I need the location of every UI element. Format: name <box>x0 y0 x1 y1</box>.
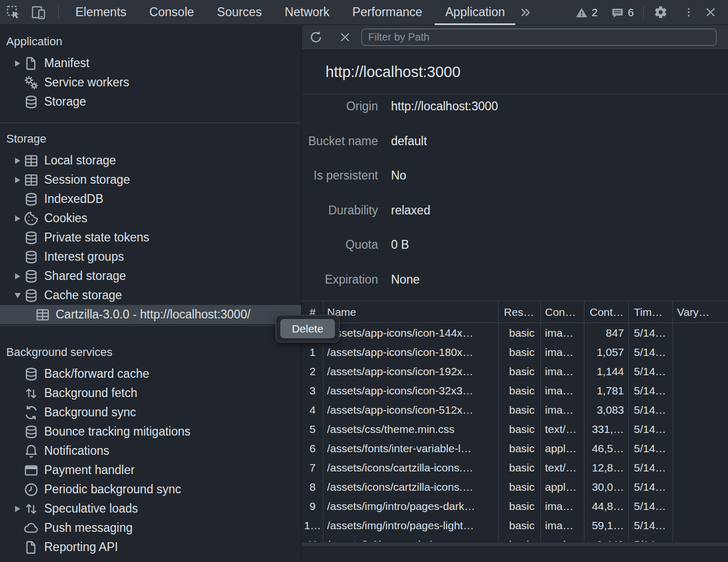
database-icon <box>24 367 38 381</box>
clear-icon[interactable] <box>335 28 354 47</box>
table-row[interactable]: 7/assets/icons/cartzilla-icons.…basictex… <box>302 458 728 477</box>
table-cell: 3,083 <box>584 400 629 419</box>
sidebar-section-storage: StorageLocal storageSession storageIndex… <box>0 129 301 324</box>
column-header-con[interactable]: Con… <box>541 301 584 323</box>
table-cell <box>673 342 728 362</box>
table-row[interactable]: 0/assets/app-icons/icon-144x…basicima…84… <box>302 323 728 342</box>
table-cell: 1 <box>302 342 323 362</box>
messages-indicator[interactable]: 6 <box>611 6 634 19</box>
expander-collapsed-icon[interactable] <box>12 177 23 183</box>
sidebar-item-label: Notifications <box>44 444 109 458</box>
tab-application[interactable]: Application <box>434 0 516 25</box>
expander-collapsed-icon[interactable] <box>12 215 23 222</box>
sidebar-item-interest-groups[interactable]: Interest groups <box>0 247 301 266</box>
table-cell <box>673 419 728 439</box>
column-header-vary[interactable]: Vary… <box>673 301 728 323</box>
table-cell: ima… <box>541 516 584 535</box>
tab-performance[interactable]: Performance <box>341 0 434 25</box>
column-header-name[interactable]: Name <box>323 301 499 323</box>
arrows-up-down-icon <box>24 387 38 400</box>
tab-elements[interactable]: Elements <box>64 0 138 25</box>
sidebar-item-back-forward-cache[interactable]: Back/forward cache <box>0 364 301 384</box>
table-cell: /assets/img/intro/pages-light… <box>323 516 499 535</box>
sidebar-item-label: Speculative loads <box>44 502 138 516</box>
table-cell: /assets/app-icons/icon-180x… <box>323 342 499 362</box>
sidebar-item-periodic-background-sync[interactable]: Periodic background sync <box>0 480 301 499</box>
inspect-icon[interactable] <box>4 3 23 22</box>
tab-sources[interactable]: Sources <box>205 0 273 25</box>
sidebar-item-label: Periodic background sync <box>44 482 181 496</box>
sidebar-item-label: IndexedDB <box>44 192 103 206</box>
table-cell: basic <box>499 535 541 542</box>
table-cell: 30,0… <box>584 477 629 496</box>
table-row[interactable]: 4/assets/app-icons/icon-512x…basicima…3,… <box>302 400 728 419</box>
sidebar-item-session-storage[interactable]: Session storage <box>0 170 301 189</box>
sidebar-item-payment-handler[interactable]: Payment handler <box>0 461 301 480</box>
table-header-row: #NameRes…Con…Cont…Tim…Vary… <box>302 301 728 323</box>
database-icon <box>24 425 38 439</box>
table-cell: ima… <box>541 362 584 381</box>
sync-icon <box>24 406 38 419</box>
close-icon[interactable] <box>701 3 720 22</box>
sidebar-item-cookies[interactable]: Cookies <box>0 209 301 228</box>
table-row[interactable]: 5/assets/css/theme.min.cssbasictext/…331… <box>302 419 728 439</box>
settings-gear-icon[interactable] <box>651 3 670 22</box>
expander-collapsed-icon[interactable] <box>12 273 23 279</box>
refresh-icon[interactable] <box>306 28 325 47</box>
table-row[interactable]: 9/assets/img/intro/pages-dark…basicima…4… <box>302 496 728 516</box>
sidebar-item-background-fetch[interactable]: Background fetch <box>0 384 301 403</box>
sidebar-item-speculative-loads[interactable]: Speculative loads <box>0 499 301 518</box>
table-cell <box>673 323 728 342</box>
sidebar-item-storage[interactable]: Storage <box>0 92 301 111</box>
table-cell: basic <box>499 516 541 535</box>
table-row[interactable]: 1/assets/app-icons/icon-180x…basicima…1,… <box>302 342 728 362</box>
sidebar-item-indexeddb[interactable]: IndexedDB <box>0 189 301 209</box>
sidebar-item-cache-storage[interactable]: Cache storage <box>0 286 301 305</box>
sidebar-item-local-storage[interactable]: Local storage <box>0 151 301 170</box>
sidebar-item-shared-storage[interactable]: Shared storage <box>0 266 301 286</box>
expander-collapsed-icon[interactable] <box>12 60 23 67</box>
table-cell: appl… <box>541 535 584 542</box>
more-tabs-button[interactable] <box>516 3 535 22</box>
tab-console[interactable]: Console <box>138 0 205 25</box>
detail-label: Durability <box>302 203 378 233</box>
table-row[interactable]: 6/assets/fonts/inter-variable-l…basicapp… <box>302 439 728 458</box>
cache-entries-table: #NameRes…Con…Cont…Tim…Vary…0/assets/app-… <box>302 301 728 542</box>
sidebar-section-background-services: Background servicesBack/forward cacheBac… <box>0 342 301 557</box>
bottom-resizer[interactable] <box>302 542 728 547</box>
table-row[interactable]: 8/assets/icons/cartzilla-icons.…basicapp… <box>302 477 728 496</box>
sidebar-item-cartzilla-3-0-0-http-localhost-3000[interactable]: Cartzilla-3.0.0 - http://localhost:3000/ <box>0 305 301 324</box>
sidebar-item-private-state-tokens[interactable]: Private state tokens <box>0 228 301 247</box>
table-cell: 9 <box>302 496 323 516</box>
expander-collapsed-icon[interactable] <box>12 506 23 512</box>
sidebar-item-label: Service workers <box>44 75 129 90</box>
kebab-menu-icon[interactable] <box>679 3 698 22</box>
device-toolbar-icon[interactable] <box>29 3 48 22</box>
table-row[interactable]: 11/assets/js/theme.min.jsbasicappl…9,449… <box>302 535 728 542</box>
table-row[interactable]: 1…/assets/img/intro/pages-light…basicima… <box>302 516 728 535</box>
tab-network[interactable]: Network <box>273 0 341 25</box>
sidebar-item-notifications[interactable]: Notifications <box>0 441 301 461</box>
column-header-cont[interactable]: Cont… <box>584 301 629 323</box>
table-row[interactable]: 3/assets/app-icons/icon-32x3…basicima…1,… <box>302 381 728 400</box>
column-header-res[interactable]: Res… <box>499 301 541 323</box>
sidebar-item-background-sync[interactable]: Background sync <box>0 403 301 422</box>
detail-value: None <box>391 272 420 302</box>
sidebar-item-label: Session storage <box>44 173 130 187</box>
sidebar-item-push-messaging[interactable]: Push messaging <box>0 518 301 538</box>
database-icon <box>24 270 38 283</box>
context-menu-delete[interactable]: Delete <box>280 319 335 338</box>
sidebar-item-bounce-tracking-mitigations[interactable]: Bounce tracking mitigations <box>0 422 301 441</box>
sidebar-item-manifest[interactable]: Manifest <box>0 54 301 73</box>
database-icon <box>24 193 38 206</box>
expander-expanded-icon[interactable] <box>12 293 23 298</box>
sidebar-item-service-workers[interactable]: Service workers <box>0 73 301 92</box>
column-header-tim[interactable]: Tim… <box>629 301 673 323</box>
expander-collapsed-icon[interactable] <box>12 158 23 164</box>
filter-input[interactable] <box>361 29 717 46</box>
warnings-indicator[interactable]: 2 <box>575 6 598 19</box>
sidebar-item-reporting-api[interactable]: Reporting API <box>0 538 301 557</box>
table-row[interactable]: 2/assets/app-icons/icon-192x…basicima…1,… <box>302 362 728 381</box>
table-cell: 5/14… <box>629 419 673 439</box>
detail-label: Is persistent <box>302 168 378 198</box>
